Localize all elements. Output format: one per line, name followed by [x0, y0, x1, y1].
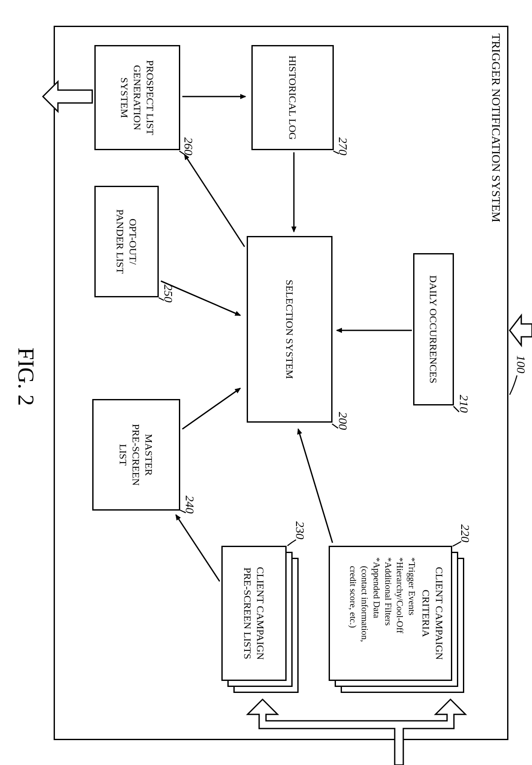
box-criteria: CLIENT CAMPAIGN CRITERIA *Trigger Events…: [329, 546, 452, 681]
ref-270: 270: [336, 137, 350, 155]
label-prescreen: CLIENT CAMPAIGN PRE-SCREEN LISTS: [241, 567, 267, 660]
criteria-list: *Trigger Events *Hierarchy/Cool-Off *Add…: [347, 557, 417, 674]
label-selection: SELECTION SYSTEM: [283, 280, 296, 379]
figure-label: FIG. 2: [13, 348, 39, 406]
label-daily: DAILY OCCURRENCES: [427, 275, 440, 383]
box-historical: HISTORICAL LOG: [251, 45, 334, 150]
ref-240: 240: [183, 496, 196, 514]
criteria-item-1: *Hierarchy/Cool-Off: [394, 557, 405, 674]
box-selection: SELECTION SYSTEM: [247, 236, 332, 423]
ref-100: 100: [514, 355, 528, 373]
box-master: MASTER PRE-SCREEN LIST: [92, 399, 180, 511]
box-optout: OPT-OUT/ PANDER LIST: [94, 186, 159, 297]
box-daily: DAILY OCCURRENCES: [413, 253, 454, 405]
label-historical: HISTORICAL LOG: [286, 55, 299, 140]
label-master: MASTER PRE-SCREEN LIST: [117, 424, 156, 486]
criteria-sub: (contact information, credit score, etc.…: [347, 566, 371, 674]
ref-260: 260: [181, 137, 195, 155]
criteria-item-2: *Additional Filters: [382, 557, 394, 674]
criteria-item-0: *Trigger Events: [405, 557, 417, 674]
criteria-title: CLIENT CAMPAIGN CRITERIA: [419, 553, 446, 674]
box-prescreen: CLIENT CAMPAIGN PRE-SCREEN LISTS: [221, 546, 287, 681]
system-title: TRIGGER NOTIFICATION SYSTEM: [489, 33, 503, 222]
box-prospect: PROSPECT LIST GENERATION SYSTEM: [94, 45, 180, 150]
ref-230: 230: [293, 521, 307, 539]
criteria-item-3: *Appended Data: [370, 557, 382, 674]
ref-200: 200: [336, 412, 350, 430]
label-optout: OPT-OUT/ PANDER LIST: [114, 209, 139, 274]
ref-250: 250: [161, 284, 175, 302]
label-prospect: PROSPECT LIST GENERATION SYSTEM: [118, 60, 157, 135]
ref-220: 220: [458, 524, 472, 542]
ref-210: 210: [457, 395, 471, 413]
